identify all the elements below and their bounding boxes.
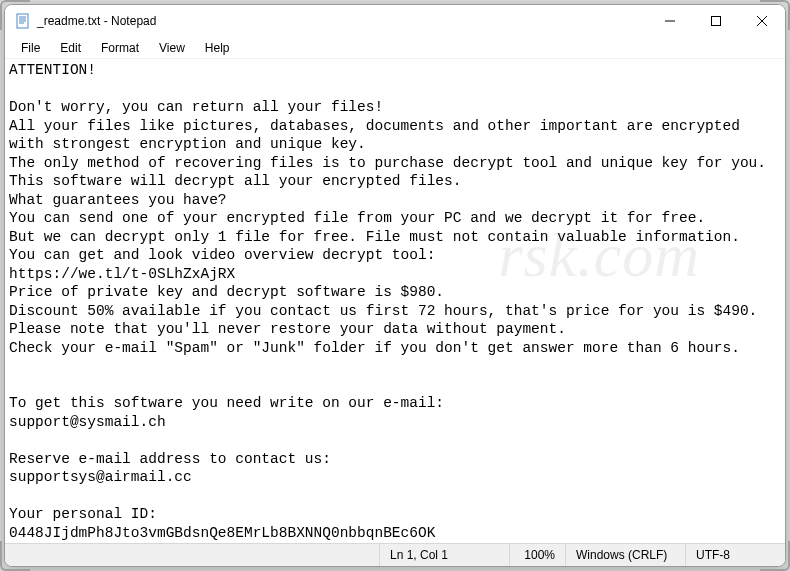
- status-line-col: Ln 1, Col 1: [379, 544, 509, 566]
- menu-file[interactable]: File: [11, 39, 50, 57]
- status-line-ending: Windows (CRLF): [565, 544, 685, 566]
- window-controls: [647, 5, 785, 37]
- status-encoding: UTF-8: [685, 544, 785, 566]
- statusbar: Ln 1, Col 1 100% Windows (CRLF) UTF-8: [5, 543, 785, 566]
- minimize-icon: [665, 16, 675, 26]
- notepad-icon: [15, 13, 31, 29]
- status-zoom: 100%: [509, 544, 565, 566]
- notepad-window: _readme.txt - Notepad File Edit Format V…: [4, 4, 786, 567]
- menu-help[interactable]: Help: [195, 39, 240, 57]
- close-icon: [757, 16, 767, 26]
- menubar: File Edit Format View Help: [5, 37, 785, 59]
- menu-edit[interactable]: Edit: [50, 39, 91, 57]
- close-button[interactable]: [739, 5, 785, 37]
- menu-view[interactable]: View: [149, 39, 195, 57]
- titlebar: _readme.txt - Notepad: [5, 5, 785, 37]
- text-editor[interactable]: ATTENTION! Don't worry, you can return a…: [5, 59, 785, 543]
- minimize-button[interactable]: [647, 5, 693, 37]
- menu-format[interactable]: Format: [91, 39, 149, 57]
- maximize-icon: [711, 16, 721, 26]
- window-title: _readme.txt - Notepad: [37, 14, 647, 28]
- svg-rect-6: [712, 17, 721, 26]
- maximize-button[interactable]: [693, 5, 739, 37]
